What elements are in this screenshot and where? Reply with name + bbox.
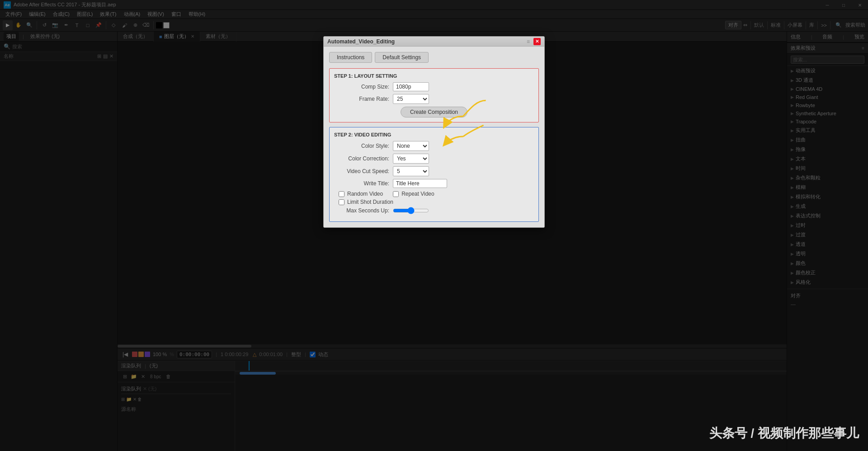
dialog-title-icon: ≡	[527, 38, 530, 45]
dialog-body: Instructions Default Settings STEP 1: LA…	[324, 47, 544, 227]
dialog-title: Automated_Video_Editing	[327, 38, 523, 45]
color-correction-select[interactable]: Yes No	[393, 154, 429, 164]
color-correction-row: Color Correction: Yes No	[334, 154, 534, 164]
color-correction-label: Color Correction:	[334, 155, 393, 162]
comp-size-row: Comp Size:	[334, 82, 534, 91]
comp-size-input[interactable]	[393, 82, 429, 91]
step2-section: STEP 2: VIDEO EDITING Color Style: None …	[329, 127, 539, 222]
default-settings-button[interactable]: Default Settings	[375, 52, 429, 63]
frame-rate-select[interactable]: 25 24 30 60	[393, 94, 429, 104]
limit-shot-row: Limit Shot Duration	[334, 199, 534, 205]
random-video-row: Random Video Repeat Video	[334, 191, 534, 197]
frame-rate-row: Frame Rate: 25 24 30 60	[334, 94, 534, 104]
step1-section: STEP 1: LAYOUT SETTING Comp Size: Frame …	[329, 68, 539, 122]
dialog-close-button[interactable]: ✕	[533, 38, 541, 45]
create-composition-button[interactable]: Create Composition	[401, 107, 467, 117]
video-cut-speed-label: Video Cut Speed:	[334, 168, 393, 174]
dialog: Automated_Video_Editing ≡ ✕ Instructions…	[323, 36, 545, 228]
frame-rate-label: Frame Rate:	[334, 96, 393, 102]
dialog-btn-row: Instructions Default Settings	[329, 52, 539, 63]
dialog-overlay: Automated_Video_Editing ≡ ✕ Instructions…	[0, 0, 868, 451]
max-seconds-row: Max Seconds Up:	[334, 207, 534, 214]
color-style-label: Color Style:	[334, 143, 393, 149]
random-video-label: Random Video	[347, 191, 383, 197]
dialog-titlebar: Automated_Video_Editing ≡ ✕	[324, 37, 544, 47]
limit-shot-label: Limit Shot Duration	[347, 199, 393, 205]
video-cut-speed-select[interactable]: 5 1 2 3 4	[393, 166, 429, 176]
step1-title: STEP 1: LAYOUT SETTING	[334, 73, 534, 79]
write-title-input[interactable]	[393, 179, 447, 188]
write-title-label: Write Title:	[334, 180, 393, 187]
step2-title: STEP 2: VIDEO EDITING	[334, 132, 534, 137]
random-video-checkbox[interactable]	[339, 191, 344, 197]
repeat-video-label: Repeat Video	[401, 191, 434, 197]
max-seconds-label: Max Seconds Up:	[334, 207, 393, 214]
max-seconds-slider[interactable]	[393, 207, 429, 214]
repeat-video-checkbox[interactable]	[393, 191, 399, 197]
video-cut-speed-row: Video Cut Speed: 5 1 2 3 4	[334, 166, 534, 176]
write-title-row: Write Title:	[334, 179, 534, 188]
color-style-row: Color Style: None Warm Cool	[334, 141, 534, 151]
color-style-select[interactable]: None Warm Cool	[393, 141, 429, 151]
instructions-button[interactable]: Instructions	[329, 52, 372, 63]
comp-size-label: Comp Size:	[334, 84, 393, 90]
limit-shot-checkbox[interactable]	[339, 199, 344, 205]
